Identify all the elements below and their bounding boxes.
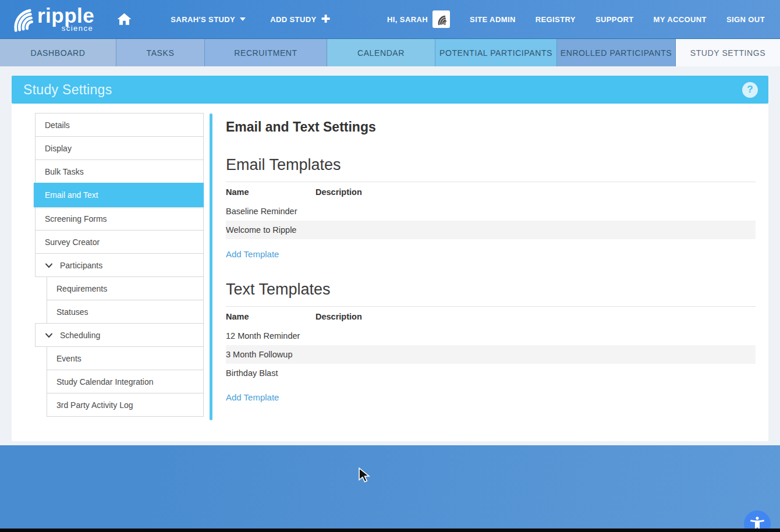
column-header-name: Name [226,187,315,197]
sidebar-item-label: Details [45,120,70,130]
template-name: 12 Month Reminder [226,331,315,341]
header-nav-link[interactable]: MY ACCOUNT [654,15,707,24]
sidebar-item-label: Requirements [56,284,107,293]
add-study-button[interactable]: ADD STUDY ✚ [270,15,331,24]
table-row[interactable]: Welcome to Ripple [226,221,756,239]
header-nav-link[interactable]: REGISTRY [536,15,576,24]
header-nav-links: SITE ADMINREGISTRYSUPPORTMY ACCOUNTSIGN … [450,15,765,24]
sidebar-item-label: 3rd Party Activity Log [56,400,133,410]
tab[interactable]: STUDY SETTINGS [676,39,780,66]
column-header-description: Description [315,312,756,321]
sidebar-item[interactable]: Scheduling [35,323,204,347]
main-tab-bar: DASHBOARD TASKS RECRUITMENT CALENDAR POT… [0,38,780,66]
plus-icon: ✚ [321,15,331,23]
study-selector-dropdown[interactable]: SARAH'S STUDY [171,15,246,24]
sidebar-item-label: Survey Creator [45,237,100,247]
add-study-label: ADD STUDY [270,15,316,24]
sidebar-item[interactable]: Details [35,113,204,137]
table-row[interactable]: 3 Month Followup [226,345,756,364]
chevron-down-icon [240,17,246,21]
tab-label: POTENTIAL PARTICIPANTS [439,48,552,58]
sidebar-item[interactable]: Display [35,136,204,160]
footer-gap [0,441,780,445]
page-banner: Study Settings ? [12,76,768,104]
help-icon[interactable]: ? [742,82,758,98]
sidebar-item[interactable]: Events [47,346,204,370]
content-accent-bar [210,114,212,420]
text-template-rows: 12 Month Reminder 3 Month Followup Birth… [226,327,756,382]
tab[interactable]: ENROLLED PARTICIPANTS [557,39,676,66]
sidebar-item-label: Email and Text [45,190,98,200]
sidebar-item[interactable]: Study Calendar Integration [47,370,204,393]
settings-content: Email and Text Settings Email Templates … [218,114,756,403]
sidebar-item-label: Display [45,144,72,153]
email-template-rows: Baseline Reminder Welcome to Ripple [226,202,756,239]
header-nav-link[interactable]: SITE ADMIN [470,15,516,24]
tab-label: ENROLLED PARTICIPANTS [561,48,672,58]
sidebar-item-label: Screening Forms [45,214,107,224]
header-right: HI, SARAH r SITE ADMINREGISTRYSUPPORTMY … [387,10,765,28]
home-icon[interactable] [116,12,132,27]
header-nav-link[interactable]: SIGN OUT [726,15,765,24]
sidebar-item-label: Events [56,354,81,363]
header-nav-link[interactable]: SUPPORT [595,15,634,24]
tab[interactable]: TASKS [116,39,205,66]
sidebar-item[interactable]: Bulk Tasks [35,159,204,183]
chevron-down-icon [45,262,53,269]
sidebar-item[interactable]: Survey Creator [35,230,204,254]
template-name: Baseline Reminder [226,207,315,216]
app-header: ripple science SARAH'S STUDY ADD STUDY ✚… [0,0,780,38]
section-heading: Email Templates [226,156,756,182]
bottom-strip [0,529,780,532]
column-header-description: Description [315,187,756,197]
text-templates-section: Text Templates Name Description 12 Month… [226,281,756,403]
table-row[interactable]: Birthday Blast [226,364,756,382]
tab-label: DASHBOARD [30,48,85,58]
add-email-template-link[interactable]: Add Template [226,249,279,259]
template-name: Welcome to Ripple [226,225,315,235]
sidebar-item[interactable]: Screening Forms [35,207,204,230]
logo-subtitle: science [62,24,94,33]
user-greeting: HI, SARAH [387,15,428,24]
study-selector-label: SARAH'S STUDY [171,15,235,24]
ripple-wave-icon [12,6,36,33]
sidebar-item[interactable]: Statuses [47,300,204,324]
sidebar-item[interactable]: Requirements [47,276,204,300]
template-name: Birthday Blast [226,368,315,378]
tab-label: STUDY SETTINGS [690,48,766,58]
tab-label: RECRUITMENT [234,48,297,58]
logo-brand: ripple [37,5,94,26]
sidebar-item[interactable]: 3rd Party Activity Log [47,393,204,417]
mouse-cursor [358,467,371,483]
page-title: Study Settings [23,82,112,98]
content-title: Email and Text Settings [226,119,756,135]
sidebar-item-label: Bulk Tasks [45,167,84,176]
table-header: Name Description [226,307,756,327]
tab-label: TASKS [147,48,175,58]
sidebar-item[interactable]: Participants [35,253,204,277]
sidebar-item-label: Statuses [56,307,88,317]
email-templates-section: Email Templates Name Description Baselin… [226,156,756,260]
svg-text:r: r [444,19,447,26]
sidebar-item-label: Scheduling [60,331,100,340]
sidebar-item[interactable]: Email and Text [34,183,204,207]
table-row[interactable]: Baseline Reminder [226,202,756,221]
tab[interactable]: CALENDAR [327,39,435,66]
section-heading: Text Templates [226,281,756,307]
table-header: Name Description [226,182,756,202]
sidebar-item-label: Participants [60,261,102,270]
settings-sidebar: Details Display Bulk Tasks Email [35,114,204,417]
tab[interactable]: POTENTIAL PARTICIPANTS [435,39,557,66]
chevron-down-icon [45,332,53,339]
tab[interactable]: RECRUITMENT [205,39,327,66]
table-row[interactable]: 12 Month Reminder [226,327,756,345]
add-text-template-link[interactable]: Add Template [226,392,279,402]
column-header-name: Name [226,312,315,321]
ripple-logo[interactable]: ripple science [12,5,94,33]
tab[interactable]: DASHBOARD [0,39,116,66]
sidebar-item-label: Study Calendar Integration [56,377,154,386]
template-name: 3 Month Followup [226,350,315,359]
avatar[interactable]: r [432,10,450,28]
page-footer [0,445,780,529]
settings-card: Details Display Bulk Tasks Email [12,104,768,441]
